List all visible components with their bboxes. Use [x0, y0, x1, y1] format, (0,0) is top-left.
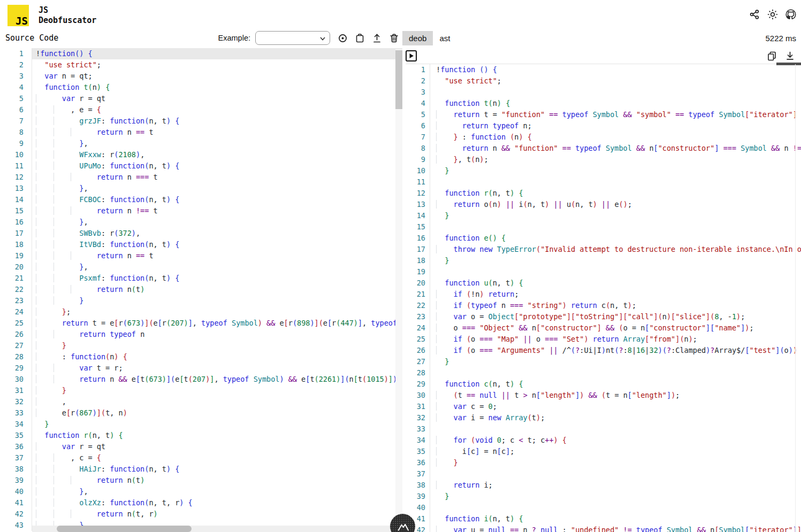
code-text: UPuMo: function(n, t) {: [32, 160, 402, 172]
run-play-button[interactable]: [406, 50, 417, 61]
code-text: }: [430, 356, 801, 367]
code-line: 40: [406, 502, 801, 513]
code-text: }: [32, 419, 402, 430]
code-line: 15 return n !== t: [0, 205, 402, 217]
line-number: 22: [0, 284, 32, 295]
code-line: 31 }: [0, 385, 402, 396]
code-line: 7 } : function (n) {: [406, 132, 801, 143]
settings-gear-icon[interactable]: [338, 33, 348, 43]
chevron-down-icon: [319, 35, 326, 42]
line-number: 5: [406, 109, 430, 120]
source-horizontal-scrollbar-thumb[interactable]: [57, 526, 192, 532]
github-icon[interactable]: [785, 9, 796, 20]
line-number: 30: [0, 374, 32, 385]
line-number: 12: [406, 188, 430, 199]
code-text: }: [32, 295, 402, 306]
code-line: 9 }, t(n);: [406, 154, 801, 165]
upload-icon[interactable]: [372, 33, 382, 43]
line-number: 21: [406, 289, 430, 300]
code-text: var r = qt: [32, 441, 402, 452]
code-line: 25 if (o === "Map" || o === "Set") retur…: [406, 334, 801, 345]
line-number: 19: [406, 266, 430, 277]
code-text: var u = null == n ? null : "undefined" !…: [430, 525, 801, 532]
line-number: 10: [406, 165, 430, 176]
code-text: ItVBd: function(n, t) {: [32, 239, 402, 250]
line-number: 27: [0, 340, 32, 351]
code-line: 36 var r = qt: [0, 441, 402, 452]
mountain-logo-icon: [395, 519, 411, 532]
code-text: return n(t, r): [32, 508, 402, 520]
code-text: "use strict";: [32, 59, 402, 71]
code-line: 28 : function(n) {: [0, 351, 402, 363]
code-line: 16 },: [0, 217, 402, 228]
line-number: 42: [0, 508, 32, 520]
trash-icon[interactable]: [389, 33, 399, 43]
paste-clipboard-icon[interactable]: [355, 33, 365, 43]
code-text: var n = qt;: [32, 71, 402, 82]
js-logo-text: JS: [16, 17, 29, 26]
line-number: 16: [406, 233, 430, 244]
line-number: 21: [0, 273, 32, 284]
code-text: function e() {: [430, 233, 801, 244]
code-line: 38 return i;: [406, 480, 801, 491]
code-line: 35 i[c] = n[c];: [406, 446, 801, 457]
code-line: 19: [406, 266, 801, 277]
line-number: 31: [0, 385, 32, 396]
source-vertical-scrollbar-thumb[interactable]: [395, 50, 402, 109]
line-number: 25: [406, 334, 430, 345]
line-number: 3: [0, 71, 32, 82]
code-line: 11 UPuMo: function(n, t) {: [0, 160, 402, 172]
example-select[interactable]: [255, 31, 330, 45]
source-editor[interactable]: 1!function() {2 "use strict";3 var n = q…: [0, 48, 402, 532]
code-text: return n && "function" == typeof Symbol …: [430, 143, 801, 154]
code-text: HAiJr: function(n, t) {: [32, 464, 402, 475]
tab-deob[interactable]: deob: [402, 31, 433, 45]
code-text: function c(n, t) {: [430, 379, 801, 390]
play-icon: [408, 53, 414, 59]
code-text: FCBOC: function(n, t) {: [32, 194, 402, 205]
code-text: [430, 176, 801, 188]
header-actions: [749, 9, 801, 20]
line-number: 36: [406, 457, 430, 468]
code-line: 20 function u(n, t) {: [406, 277, 801, 289]
source-code-lines: 1!function() {2 "use strict";3 var n = q…: [0, 48, 402, 531]
code-line: 27 }: [0, 340, 402, 351]
code-line: 33 e[r(867)](t, n): [0, 407, 402, 419]
output-editor: 1!function () {2 "use strict";34 functio…: [406, 48, 801, 532]
line-number: 15: [0, 205, 32, 217]
code-text: WFxxw: r(2108),: [32, 149, 402, 160]
line-number: 38: [406, 480, 430, 491]
share-icon[interactable]: [749, 9, 760, 20]
line-number: 18: [406, 255, 430, 266]
code-text: for (void 0; c < t; c++) {: [430, 435, 801, 446]
line-number: 4: [406, 98, 430, 109]
code-text: return n == t: [32, 127, 402, 138]
code-text: (t == null || t > n["length"]) && (t = n…: [430, 390, 801, 401]
code-text: var i = new Array(t);: [430, 412, 801, 423]
code-text: [430, 87, 801, 98]
code-line: 17 SWBvb: r(372),: [0, 228, 402, 239]
line-number: 2: [406, 75, 430, 87]
code-text: "use strict";: [430, 75, 801, 87]
theme-toggle-sun-icon[interactable]: [767, 9, 778, 20]
line-number: 11: [0, 160, 32, 172]
code-line: 33: [406, 423, 801, 435]
code-line: 18 ItVBd: function(n, t) {: [0, 239, 402, 250]
code-text: return n == t: [32, 250, 402, 261]
code-line: 12 return n === t: [0, 172, 402, 183]
code-line: 34 }: [0, 419, 402, 430]
code-text: }: [32, 385, 402, 396]
line-number: 37: [0, 452, 32, 464]
code-text: o === "Object" && n["constructor"] && (o…: [430, 322, 801, 334]
copy-icon[interactable]: [767, 51, 777, 61]
code-line: 41 function i(n, t) {: [406, 513, 801, 525]
code-line: 24 o === "Object" && n["constructor"] &&…: [406, 322, 801, 334]
output-horizontal-scrollbar-thumb[interactable]: [776, 63, 801, 65]
source-code-label: Source Code: [5, 33, 58, 43]
line-number: 31: [406, 401, 430, 412]
tab-ast[interactable]: ast: [433, 31, 456, 45]
download-icon[interactable]: [785, 51, 795, 61]
code-text: [430, 502, 801, 513]
line-number: 29: [0, 363, 32, 374]
line-number: 7: [0, 115, 32, 127]
